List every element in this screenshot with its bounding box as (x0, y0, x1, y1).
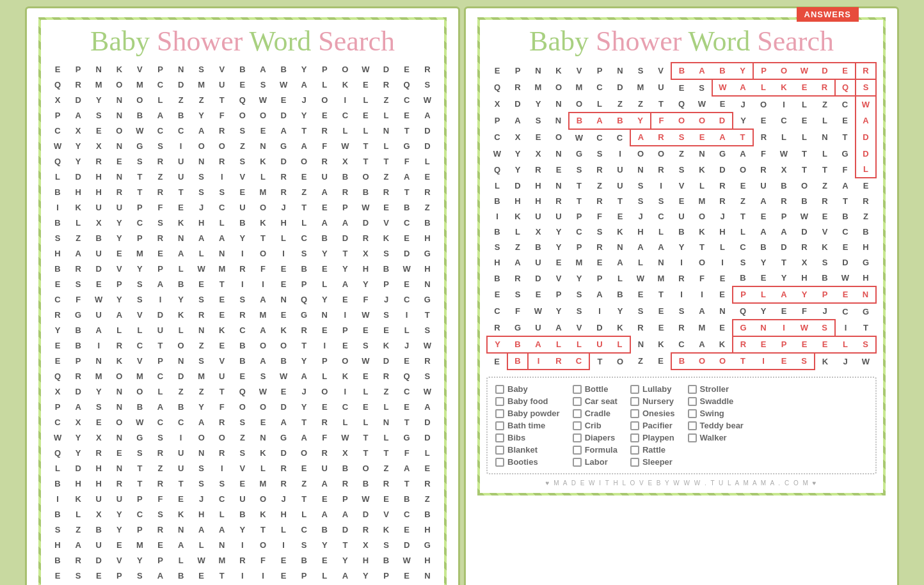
grid-cell: E (109, 446, 129, 461)
grid-cell: E (88, 277, 109, 292)
word-label: Formula (585, 445, 617, 455)
grid-cell: O (794, 178, 815, 194)
grid-cell: Y (630, 113, 651, 129)
grid-cell: S (794, 353, 815, 370)
grid-cell: Z (376, 169, 397, 185)
grid-cell: I (335, 93, 355, 108)
grid-cell: O (355, 169, 376, 185)
grid-cell: V (232, 461, 253, 476)
grid-cell: T (212, 93, 232, 108)
word-column: BottleCar seatCradleCribDiapersFormulaLa… (573, 383, 617, 468)
word-checkbox[interactable] (573, 433, 582, 442)
grid-cell: I (232, 538, 253, 553)
grid-cell: H (355, 261, 376, 277)
word-checkbox[interactable] (573, 446, 582, 455)
word-checkbox[interactable] (495, 397, 504, 406)
word-checkbox[interactable] (573, 397, 582, 406)
word-checkbox[interactable] (630, 446, 639, 455)
grid-cell: B (171, 277, 191, 292)
grid-cell: L (815, 113, 835, 129)
grid-cell: N (753, 320, 774, 336)
word-checkbox[interactable] (495, 446, 504, 455)
grid-cell: B (232, 507, 253, 522)
word-checkbox[interactable] (688, 421, 697, 430)
grid-cell: A (273, 123, 294, 139)
grid-cell: E (355, 108, 376, 123)
right-word-list-grid: BabyBaby foodBaby powderBath timeBibsBla… (495, 383, 868, 468)
grid-cell: L (171, 323, 191, 338)
grid-cell: U (88, 308, 109, 323)
grid-cell: E (794, 79, 815, 96)
grid-cell: E (794, 336, 815, 353)
grid-cell: X (335, 154, 355, 169)
grid-cell: B (47, 185, 68, 200)
word-checkbox[interactable] (495, 421, 504, 430)
grid-cell: K (253, 215, 273, 231)
word-checkbox[interactable] (688, 409, 697, 418)
word-checkbox[interactable] (495, 433, 504, 442)
grid-cell: B (569, 113, 589, 129)
grid-cell: M (253, 185, 273, 200)
grid-cell: F (253, 261, 273, 277)
grid-cell: Z (68, 522, 88, 538)
grid-cell: S (487, 240, 507, 255)
grid-cell: C (335, 108, 355, 123)
grid-cell: L (191, 246, 212, 261)
word-checkbox[interactable] (630, 458, 639, 467)
grid-cell: E (47, 277, 68, 292)
word-checkbox[interactable] (630, 409, 639, 418)
grid-cell: A (589, 286, 610, 303)
grid-cell: O (651, 146, 671, 162)
word-checkbox[interactable] (573, 421, 582, 430)
word-checkbox[interactable] (688, 433, 697, 442)
grid-cell: U (171, 446, 191, 461)
grid-cell: L (487, 178, 507, 194)
word-item: Swaddle (688, 395, 744, 407)
grid-cell: S (129, 446, 150, 461)
grid-cell: A (171, 246, 191, 261)
word-label: Car seat (585, 396, 617, 406)
grid-cell: Z (417, 492, 438, 507)
grid-cell: Z (68, 231, 88, 246)
grid-cell: G (856, 255, 876, 270)
grid-cell: N (528, 63, 548, 79)
grid-cell: Y (548, 224, 569, 240)
grid-cell: E (88, 568, 109, 584)
word-checkbox[interactable] (688, 385, 697, 394)
word-checkbox[interactable] (495, 458, 504, 467)
grid-cell: T (774, 255, 794, 270)
grid-cell: C (150, 369, 170, 384)
word-checkbox[interactable] (573, 385, 582, 394)
grid-cell: F (212, 108, 232, 123)
grid-cell: M (569, 255, 589, 270)
grid-cell: M (129, 369, 150, 384)
grid-cell: R (294, 323, 314, 338)
word-checkbox[interactable] (573, 458, 582, 467)
grid-cell: A (109, 308, 129, 323)
grid-cell: L (314, 277, 335, 292)
word-checkbox[interactable] (573, 409, 582, 418)
grid-cell: S (88, 400, 109, 415)
word-checkbox[interactable] (688, 397, 697, 406)
grid-cell: T (355, 446, 376, 461)
grid-cell: G (856, 303, 876, 320)
word-checkbox[interactable] (630, 421, 639, 430)
word-checkbox[interactable] (630, 433, 639, 442)
word-checkbox[interactable] (630, 397, 639, 406)
grid-cell: V (109, 553, 129, 568)
grid-cell: D (417, 415, 438, 430)
grid-cell: L (376, 108, 397, 123)
word-checkbox[interactable] (630, 385, 639, 394)
grid-cell: B (171, 568, 191, 584)
grid-cell: N (417, 568, 438, 584)
grid-cell: N (376, 415, 397, 430)
grid-cell: N (610, 240, 630, 255)
word-checkbox[interactable] (495, 385, 504, 394)
grid-cell: Y (88, 384, 109, 400)
word-checkbox[interactable] (495, 409, 504, 418)
grid-cell: O (712, 353, 733, 370)
grid-cell: D (335, 231, 355, 246)
grid-cell: R (273, 476, 294, 492)
grid-cell: B (671, 353, 692, 370)
grid-cell: A (774, 286, 794, 303)
